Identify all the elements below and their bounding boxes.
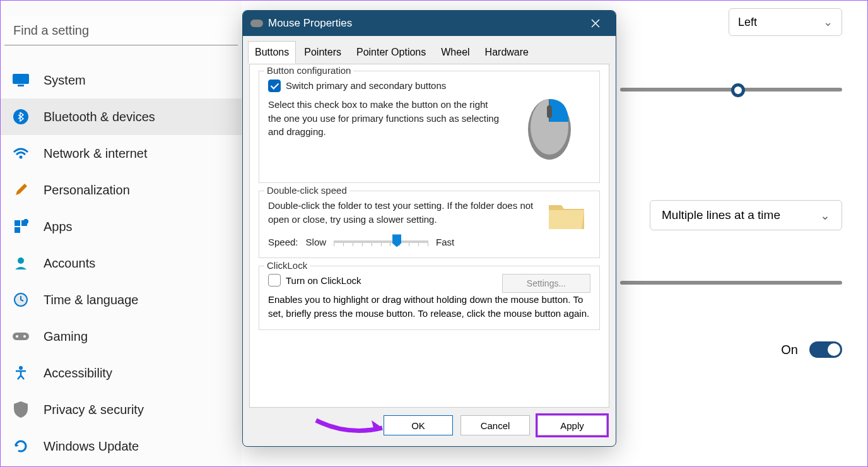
close-button[interactable]	[583, 11, 608, 36]
titlebar[interactable]: Mouse Properties	[243, 11, 616, 36]
sidebar-item-accounts[interactable]: Accounts	[1, 245, 242, 281]
tab-bar: Buttons Pointers Pointer Options Wheel H…	[243, 36, 616, 64]
mouse-icon	[250, 20, 263, 27]
double-click-description: Double-click the folder to test your set…	[268, 199, 539, 227]
tab-pointer-options[interactable]: Pointer Options	[349, 41, 433, 64]
sidebar-item-label: Windows Update	[44, 439, 139, 454]
sidebar-item-label: Gaming	[44, 329, 88, 344]
button-config-description: Select this check box to make the button…	[268, 98, 501, 139]
clock-icon	[12, 291, 30, 309]
apps-icon	[12, 218, 30, 235]
slider-thumb[interactable]	[731, 83, 745, 97]
double-click-group: Double-click speed Double-click the fold…	[259, 191, 600, 258]
dropdown-value: Left	[738, 16, 757, 29]
cancel-button[interactable]: Cancel	[460, 415, 530, 435]
sidebar-item-bluetooth[interactable]: Bluetooth & devices	[1, 98, 242, 135]
brush-icon	[12, 181, 30, 199]
svg-point-12	[23, 335, 26, 338]
close-icon	[591, 19, 600, 28]
svg-rect-10	[13, 333, 29, 340]
sidebar-item-network[interactable]: Network & internet	[1, 135, 242, 172]
sidebar-item-label: Apps	[44, 220, 73, 234]
svg-point-13	[19, 366, 23, 370]
clicklock-checkbox[interactable]	[268, 274, 281, 287]
switch-buttons-checkbox[interactable]	[268, 80, 281, 92]
group-title: Double-click speed	[264, 185, 349, 196]
sidebar-item-privacy[interactable]: Privacy & security	[1, 391, 242, 428]
svg-point-8	[18, 257, 24, 264]
inactive-windows-toggle[interactable]	[809, 341, 842, 358]
sidebar-item-label: Bluetooth & devices	[44, 110, 155, 124]
svg-rect-16	[547, 105, 552, 118]
group-title: Button configuration	[264, 65, 353, 76]
bluetooth-icon	[12, 108, 30, 126]
sidebar-item-time[interactable]: Time & language	[1, 281, 242, 318]
button-configuration-group: Button configuration Switch primary and …	[259, 71, 600, 183]
shield-icon	[12, 401, 30, 418]
double-click-speed-slider[interactable]	[334, 240, 428, 243]
sidebar-item-label: Accounts	[44, 256, 95, 271]
wifi-icon	[12, 145, 30, 162]
scroll-lines-slider[interactable]	[620, 281, 842, 285]
clicklock-group: ClickLock Settings... Turn on ClickLock …	[259, 266, 600, 330]
slow-label: Slow	[306, 235, 327, 249]
sidebar-item-label: Time & language	[44, 293, 138, 307]
svg-point-11	[16, 335, 18, 338]
cursor-speed-slider[interactable]	[620, 88, 842, 92]
settings-sidebar: System Bluetooth & devices Network & int…	[1, 1, 242, 467]
sidebar-item-apps[interactable]: Apps	[1, 208, 242, 245]
test-folder-icon[interactable]	[546, 199, 590, 234]
sidebar-item-update[interactable]: Windows Update	[1, 428, 242, 464]
clicklock-description: Enables you to highlight or drag without…	[268, 293, 590, 321]
sidebar-item-label: Accessibility	[44, 366, 112, 381]
tab-buttons[interactable]: Buttons	[248, 41, 296, 64]
svg-rect-0	[13, 74, 29, 84]
sidebar-item-label: System	[44, 73, 86, 88]
tab-wheel[interactable]: Wheel	[434, 41, 476, 64]
apply-button[interactable]: Apply	[537, 415, 607, 435]
dialog-title: Mouse Properties	[268, 17, 352, 30]
gamepad-icon	[12, 328, 30, 345]
svg-point-3	[20, 156, 23, 159]
tab-hardware[interactable]: Hardware	[478, 41, 536, 64]
monitor-icon	[12, 71, 30, 89]
mouse-properties-dialog: Mouse Properties Buttons Pointers Pointe…	[242, 10, 616, 447]
primary-button-dropdown[interactable]: Left ⌄	[729, 8, 842, 36]
update-icon	[12, 437, 30, 455]
sidebar-item-gaming[interactable]: Gaming	[1, 318, 242, 355]
sidebar-item-accessibility[interactable]: Accessibility	[1, 355, 242, 391]
search-input[interactable]	[4, 16, 238, 45]
tab-pointers[interactable]: Pointers	[297, 41, 348, 64]
svg-rect-1	[18, 85, 24, 86]
sidebar-item-personalization[interactable]: Personalization	[1, 172, 242, 208]
sidebar-item-label: Network & internet	[44, 146, 148, 161]
svg-rect-6	[15, 227, 20, 233]
chevron-down-icon: ⌄	[820, 208, 830, 223]
group-title: ClickLock	[264, 260, 310, 271]
ok-button[interactable]: OK	[384, 415, 453, 435]
svg-rect-4	[15, 220, 20, 226]
sidebar-item-label: Personalization	[44, 183, 130, 198]
fast-label: Fast	[436, 235, 454, 249]
speed-label: Speed:	[268, 235, 298, 249]
mouse-preview-image	[508, 79, 590, 174]
checkbox-label: Switch primary and secondary buttons	[286, 79, 446, 93]
dropdown-value: Multiple lines at a time	[662, 208, 780, 222]
sidebar-item-system[interactable]: System	[1, 62, 242, 98]
chevron-down-icon: ⌄	[823, 15, 833, 29]
accessibility-icon	[12, 364, 30, 382]
checkbox-label: Turn on ClickLock	[286, 275, 361, 286]
clicklock-settings-button: Settings...	[502, 274, 590, 293]
person-icon	[12, 254, 30, 272]
scroll-mode-dropdown[interactable]: Multiple lines at a time ⌄	[650, 200, 842, 230]
sidebar-item-label: Privacy & security	[44, 403, 144, 417]
toggle-label: On	[781, 343, 798, 357]
